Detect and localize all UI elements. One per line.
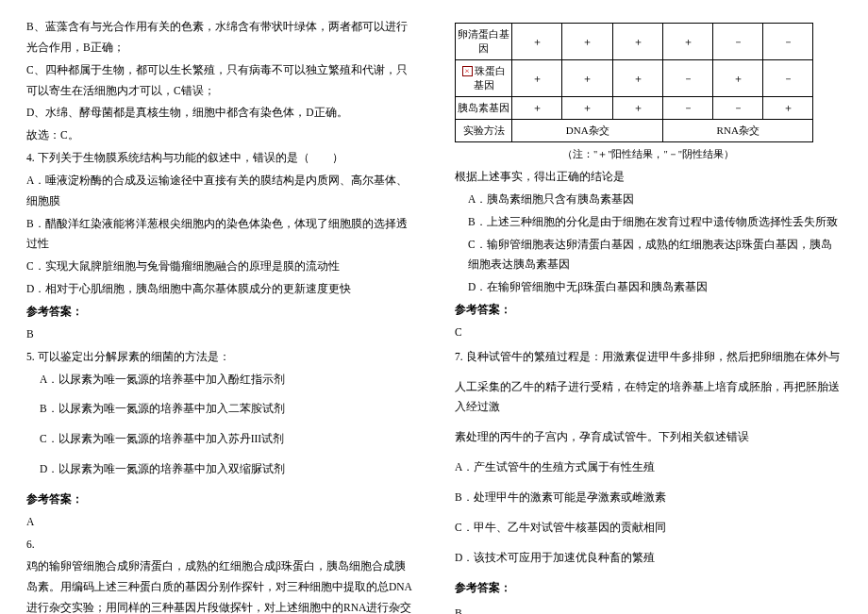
cell: ＋ [663,24,713,60]
q4-option-d: D．相对于心肌细胞，胰岛细胞中高尔基体膜成分的更新速度更快 [26,279,413,300]
t2-row2-text: 珠蛋白基因 [474,65,506,91]
table-note: （注："＋"阳性结果，"－"阴性结果） [455,148,842,161]
para: B、蓝藻含有与光合作用有关的色素，水绵含有带状叶绿体，两者都可以进行光合作用，B… [26,17,413,58]
cell: ＋ [562,24,612,60]
question-4: 4. 下列关于生物膜系统结构与功能的叙述中，错误的是（ ） [26,148,413,169]
cell: ＋ [562,60,612,97]
question-5: 5. 可以鉴定出分解尿素的细菌的方法是： [26,347,413,368]
q5-option-d: D．以尿素为唯一氮源的培养基中加入双缩脲试剂 [26,459,413,480]
q6-option-c: C．输卵管细胞表达卵清蛋白基因，成熟的红细胞表达β珠蛋白基因，胰岛细胞表达胰岛素… [455,235,842,276]
cell: ＋ [562,97,612,120]
q6-option-a: A．胰岛素细胞只含有胰岛素基因 [455,190,842,210]
q7-option-c: C．甲牛、乙牛对试管牛核基因的贡献相同 [455,518,842,539]
q6-para: 鸡的输卵管细胞合成卵清蛋白，成熟的红细胞合成β珠蛋白，胰岛细胞合成胰岛素。用编码… [26,556,413,614]
para: D、水绵、酵母菌都是真核生物，细胞中都含有染色体，D正确。 [26,103,413,124]
question-7-line2: 人工采集的乙牛的精子进行受精，在特定的培养基上培育成胚胎，再把胚胎送入经过激 [455,377,842,419]
q6-option-d: D．在输卵管细胞中无β珠蛋白基因和胰岛素基因 [455,277,842,298]
right-column: 卵清蛋白基因 ＋ ＋ ＋ ＋ － － ×珠蛋白基因 ＋ ＋ ＋ － ＋ － 胰岛 [434,0,868,614]
answer-label: 参考答案： [455,578,842,599]
cell: ＋ [612,60,663,97]
q7-option-b: B．处理甲牛的激素可能是孕激素或雌激素 [455,488,842,508]
answer-5: A [26,512,413,533]
q5-option-c: C．以尿素为唯一氮源的培养基中加入苏丹III试剂 [26,429,413,450]
q5-option-a: A．以尿素为唯一氮源的培养基中加入酚红指示剂 [26,370,413,390]
answer-label: 参考答案： [26,490,413,510]
cell: － [663,60,713,97]
cell: ＋ [512,60,562,97]
t2-row-label: 胰岛素基因 [456,97,512,120]
cell: － [763,60,813,97]
cell: ＋ [512,97,562,120]
t2-method-rna: RNA杂交 [663,120,813,142]
para: 故选：C。 [26,125,413,146]
cell: － [663,97,713,120]
t2-row-label: 实验方法 [456,120,512,142]
q4-option-b: B．醋酸洋红染液能将洋葱根尖细胞内的染色体染色，体现了细胞膜的选择透过性 [26,214,413,256]
answer-label: 参考答案： [26,302,413,323]
cell: ＋ [763,97,813,120]
close-icon: × [462,66,473,76]
q7-option-a: A．产生试管牛的生殖方式属于有性生殖 [455,457,842,478]
t2-row-label: ×珠蛋白基因 [456,60,512,97]
t2-method-dna: DNA杂交 [512,120,663,142]
answer-7: B [455,604,842,614]
cell: － [713,24,763,60]
q4-option-a: A．唾液淀粉酶的合成及运输途径中直接有关的膜结构是内质网、高尔基体、细胞膜 [26,171,413,212]
q4-option-c: C．实现大鼠脾脏细胞与兔骨髓瘤细胞融合的原理是膜的流动性 [26,257,413,277]
t2-row-label: 卵清蛋白基因 [456,24,512,60]
para: C、四种都属于生物，都可以生长繁殖，只有病毒不可以独立繁殖和代谢，只可以寄生在活… [26,60,413,102]
question-6: 6. [26,535,413,556]
q5-option-b: B．以尿素为唯一氮源的培养基中加入二苯胺试剂 [26,399,413,420]
q6-intro: 根据上述事实，得出正确的结论是 [455,167,842,188]
cell: ＋ [612,24,663,60]
answer-4: B [26,324,413,345]
cell: ＋ [713,60,763,97]
question-7-line3: 素处理的丙牛的子宫内，孕育成试管牛。下列相关叙述错误 [455,427,842,448]
cell: － [763,24,813,60]
left-column: B、蓝藻含有与光合作用有关的色素，水绵含有带状叶绿体，两者都可以进行光合作用，B… [0,0,434,614]
question-7-line1: 7. 良种试管牛的繁殖过程是：用激素促进甲牛多排卵，然后把卵细胞在体外与 [455,347,842,368]
page: B、蓝藻含有与光合作用有关的色素，水绵含有带状叶绿体，两者都可以进行光合作用，B… [0,0,868,614]
q6-option-b: B．上述三种细胞的分化是由于细胞在发育过程中遗传物质选择性丢失所致 [455,212,842,233]
cell: ＋ [612,97,663,120]
q7-option-d: D．该技术可应用于加速优良种畜的繁殖 [455,548,842,569]
table-2: 卵清蛋白基因 ＋ ＋ ＋ ＋ － － ×珠蛋白基因 ＋ ＋ ＋ － ＋ － 胰岛 [455,23,813,142]
answer-label: 参考答案： [455,300,842,321]
answer-6: C [455,323,842,343]
cell: ＋ [512,24,562,60]
cell: － [713,97,763,120]
